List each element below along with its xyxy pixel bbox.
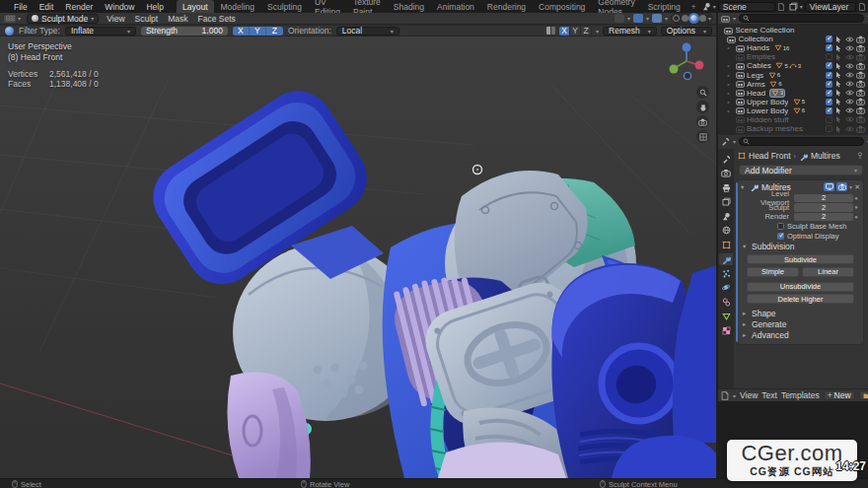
- outliner-search[interactable]: [739, 14, 864, 23]
- tab-modifiers[interactable]: [719, 253, 733, 265]
- selectable-icon[interactable]: [834, 62, 842, 70]
- selectable-icon[interactable]: [834, 80, 842, 88]
- expander-dot[interactable]: •: [724, 90, 733, 97]
- chevron-down-icon[interactable]: ▾: [596, 28, 599, 35]
- tab-render[interactable]: [719, 168, 733, 179]
- exclude-checkbox[interactable]: [826, 53, 832, 60]
- shape-section-header[interactable]: ▸ Shape: [738, 308, 863, 318]
- outliner-row-upper-body[interactable]: • Upper Body 5: [718, 98, 868, 106]
- properties-editor-icon[interactable]: [721, 137, 730, 146]
- unsubdivide-button[interactable]: Unsubdivide: [747, 282, 854, 292]
- camera-icon[interactable]: [856, 80, 865, 88]
- selectable-icon[interactable]: [834, 35, 842, 43]
- symmetry-y-toggle[interactable]: Y: [570, 27, 581, 35]
- outliner-row-collection[interactable]: Collection: [718, 35, 868, 43]
- generate-section-header[interactable]: ▸ Generate: [738, 318, 863, 329]
- expander-dot[interactable]: •: [724, 44, 733, 51]
- tab-world[interactable]: [719, 225, 733, 237]
- new-layer-icon[interactable]: [858, 3, 866, 11]
- filter-type-dropdown[interactable]: Inflate▾: [65, 27, 136, 35]
- 3d-viewport[interactable]: User Perspective (8) Head Front Vertices…: [0, 36, 717, 478]
- material-preview-icon[interactable]: [690, 15, 697, 22]
- exclude-checkbox[interactable]: [826, 44, 832, 51]
- outliner-row-legs[interactable]: • Legs 6: [718, 70, 868, 79]
- chevron-down-icon[interactable]: ▾: [646, 15, 649, 22]
- camera-icon[interactable]: [856, 115, 865, 123]
- extras-menu-icon[interactable]: ▾: [849, 183, 852, 190]
- expander-dot[interactable]: •: [724, 72, 733, 79]
- properties-search[interactable]: [739, 137, 864, 146]
- outliner-row-backup-meshes[interactable]: Backup meshes: [718, 124, 868, 133]
- outliner-row-scene-collection[interactable]: Scene Collection: [718, 26, 868, 35]
- exclude-checkbox[interactable]: [826, 35, 832, 42]
- subdivision-section-header[interactable]: ▾ Subdivision: [738, 242, 863, 252]
- outliner-search-input[interactable]: [752, 14, 860, 23]
- outliner-row-hidden-stuff[interactable]: Hidden stuff: [718, 115, 868, 124]
- selectable-icon[interactable]: [834, 106, 842, 114]
- xray-toggle-icon[interactable]: [652, 14, 662, 23]
- exclude-checkbox[interactable]: [826, 81, 832, 88]
- level-viewport-field[interactable]: 2: [794, 194, 853, 203]
- eye-icon[interactable]: [845, 98, 854, 105]
- sculpt-model[interactable]: [0, 36, 717, 478]
- selectable-icon[interactable]: [834, 98, 842, 105]
- exclude-checkbox[interactable]: [826, 107, 832, 114]
- menu-help[interactable]: Help: [141, 1, 168, 13]
- tab-constraints[interactable]: [719, 296, 733, 308]
- animate-dot[interactable]: ●: [853, 195, 859, 201]
- chevron-down-icon[interactable]: ▾: [627, 15, 630, 22]
- exclude-checkbox[interactable]: [826, 72, 832, 79]
- properties-search-input[interactable]: [752, 137, 860, 146]
- camera-icon[interactable]: [856, 53, 865, 61]
- camera-icon[interactable]: [856, 106, 865, 114]
- wireframe-shading-icon[interactable]: [673, 15, 680, 22]
- optimal-display-checkbox[interactable]: [777, 233, 784, 240]
- exclude-checkbox[interactable]: [826, 116, 832, 123]
- menu-edit[interactable]: Edit: [35, 1, 59, 13]
- tab-animation[interactable]: Animation: [431, 0, 480, 13]
- camera-icon[interactable]: [856, 35, 865, 43]
- tab-rendering[interactable]: Rendering: [481, 0, 532, 13]
- chevron-down-icon[interactable]: ▾: [708, 15, 711, 22]
- animate-dot[interactable]: ●: [853, 214, 859, 220]
- exclude-checkbox[interactable]: [826, 99, 832, 105]
- gizmos-toggle-icon[interactable]: [615, 14, 624, 23]
- exclude-checkbox[interactable]: [826, 62, 832, 69]
- sculpt-level-field[interactable]: 2: [794, 203, 853, 212]
- tab-object[interactable]: [719, 239, 733, 250]
- eye-icon[interactable]: [845, 44, 854, 52]
- menu-mask[interactable]: Mask: [166, 14, 189, 24]
- orientation-dropdown[interactable]: Local▾: [336, 27, 399, 35]
- delete-higher-button[interactable]: Delete Higher: [747, 294, 854, 304]
- text-editor-icon[interactable]: [721, 391, 729, 400]
- chevron-down-icon[interactable]: ▾: [733, 138, 736, 145]
- symmetry-z-toggle[interactable]: Z: [581, 27, 592, 35]
- navigation-gizmo[interactable]: [666, 40, 707, 80]
- chevron-down-icon[interactable]: ▾: [733, 392, 736, 399]
- view-layer-selector[interactable]: ViewLayer: [805, 2, 856, 12]
- tab-scripting[interactable]: Scripting: [642, 0, 687, 13]
- eye-icon[interactable]: [845, 62, 854, 70]
- viewport-display-toggle[interactable]: [824, 182, 834, 191]
- open-text-button[interactable]: Op: [859, 390, 868, 400]
- chevron-down-icon[interactable]: ▾: [713, 3, 716, 10]
- selectable-icon[interactable]: [834, 125, 842, 133]
- sculpt-base-mesh-checkbox[interactable]: [777, 223, 784, 230]
- active-tool-icon[interactable]: [5, 27, 14, 35]
- outliner-row-head[interactable]: • Head 3: [718, 89, 868, 98]
- exclude-checkbox[interactable]: [826, 125, 832, 132]
- scene-selector[interactable]: Scene: [718, 2, 775, 12]
- eye-icon[interactable]: [845, 106, 854, 114]
- axis-x-toggle[interactable]: X: [233, 27, 250, 35]
- add-workspace-button[interactable]: +: [687, 0, 700, 13]
- chevron-down-icon[interactable]: ▾: [18, 15, 21, 22]
- outliner-row-cables[interactable]: • Cables 53: [718, 61, 868, 70]
- chevron-down-icon[interactable]: ▾: [665, 15, 668, 22]
- tab-material[interactable]: [719, 324, 733, 336]
- add-modifier-button[interactable]: Add Modifier▾: [739, 165, 863, 175]
- selectable-icon[interactable]: [834, 53, 842, 61]
- tab-view-layer[interactable]: [719, 196, 733, 208]
- axis-z-toggle[interactable]: Z: [266, 27, 283, 35]
- expander-dot[interactable]: •: [724, 62, 733, 69]
- menu-text[interactable]: Text: [761, 390, 777, 400]
